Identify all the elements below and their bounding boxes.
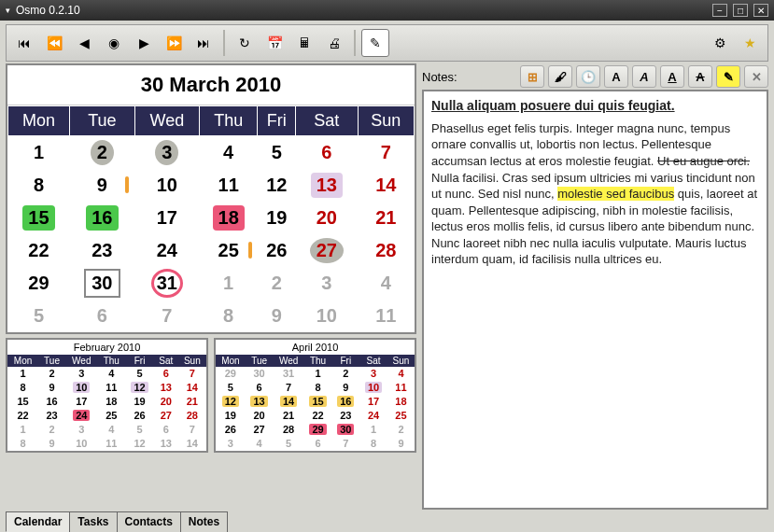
clear-format-button[interactable]: 🖌: [548, 65, 572, 88]
print-button[interactable]: 🖨: [320, 29, 348, 57]
mini-calendar-day[interactable]: 27: [246, 423, 274, 437]
mini-calendar-day[interactable]: 8: [304, 381, 332, 395]
calendar-day[interactable]: 29: [8, 267, 70, 300]
mini-calendar-day[interactable]: 2: [38, 367, 65, 381]
mini-calendar-day[interactable]: 2: [387, 423, 415, 437]
mini-calendar-day[interactable]: 6: [154, 367, 178, 381]
calendar-day[interactable]: 21: [358, 202, 414, 234]
insert-time-button[interactable]: 🕒: [576, 65, 600, 88]
mini-calendar-day[interactable]: 2: [331, 367, 359, 381]
calendar-day[interactable]: 14: [358, 169, 414, 202]
calendar-popup-button[interactable]: 📅: [260, 29, 288, 57]
nav-prev-month-button[interactable]: ⏪: [40, 29, 68, 57]
calendar-day[interactable]: 6: [296, 136, 358, 169]
close-button[interactable]: ✕: [753, 4, 768, 17]
tab-calendar[interactable]: Calendar: [6, 511, 70, 532]
mini-calendar-day[interactable]: 22: [304, 409, 332, 423]
tab-tasks[interactable]: Tasks: [69, 511, 117, 532]
calendar-day[interactable]: 4: [358, 267, 414, 300]
mini-calendar-day[interactable]: 23: [331, 409, 359, 423]
mini-calendar-day[interactable]: 16: [38, 395, 65, 409]
mini-calendar-day[interactable]: 14: [178, 381, 206, 395]
star-button[interactable]: ★: [736, 29, 764, 57]
mini-calendar-day[interactable]: 29: [216, 367, 246, 381]
mini-calendar-day[interactable]: 6: [304, 437, 332, 451]
mini-calendar-day[interactable]: 9: [387, 437, 415, 451]
mini-calendar-day[interactable]: 18: [387, 395, 415, 409]
mini-calendar-day[interactable]: 7: [331, 437, 359, 451]
calendar-day[interactable]: 2: [258, 267, 296, 300]
mini-calendar-day[interactable]: 20: [154, 395, 178, 409]
calendar-day[interactable]: 28: [358, 234, 414, 267]
highlight-button[interactable]: ✎: [716, 65, 740, 88]
preferences-button[interactable]: ⚙: [706, 29, 734, 57]
mini-calendar-day[interactable]: 15: [7, 395, 38, 409]
mini-calendar-day[interactable]: 1: [7, 367, 38, 381]
mini-calendar-day[interactable]: 7: [178, 367, 206, 381]
calendar-day[interactable]: 6: [69, 300, 134, 332]
mini-calendar-day[interactable]: 4: [387, 367, 415, 381]
mini-calendar-day[interactable]: 11: [387, 381, 415, 395]
calendar-day[interactable]: 17: [134, 202, 199, 234]
mini-calendar-day[interactable]: 25: [98, 409, 125, 423]
calendar-day[interactable]: 4: [199, 136, 258, 169]
calendar-day[interactable]: 31: [134, 267, 199, 300]
mini-calendar-day[interactable]: 2: [38, 423, 65, 437]
mini-calendar-day[interactable]: 24: [65, 409, 98, 423]
window-menu-icon[interactable]: ▾: [6, 6, 10, 15]
mini-calendar-day[interactable]: 28: [273, 423, 303, 437]
calendar-day[interactable]: 24: [134, 234, 199, 267]
mini-calendar-day[interactable]: 13: [154, 437, 178, 451]
mini-calendar-day[interactable]: 12: [125, 381, 154, 395]
nav-next-month-button[interactable]: ⏩: [160, 29, 188, 57]
nav-last-button[interactable]: ⏭: [190, 29, 218, 57]
mini-calendar-day[interactable]: 9: [331, 381, 359, 395]
mini-calendar-day[interactable]: 13: [154, 381, 178, 395]
notes-editor[interactable]: Nulla aliquam posuere dui quis feugiat. …: [422, 90, 768, 510]
mini-calendar-day[interactable]: 19: [125, 395, 154, 409]
mini-calendar-day[interactable]: 18: [98, 395, 125, 409]
calendar-day[interactable]: 9: [258, 300, 296, 332]
calendar-day[interactable]: 12: [258, 169, 296, 202]
calendar-day[interactable]: 1: [8, 136, 70, 169]
strike-button[interactable]: A: [688, 65, 712, 88]
tab-notes[interactable]: Notes: [180, 511, 228, 532]
mini-calendar-day[interactable]: 5: [216, 381, 246, 395]
mini-calendar-day[interactable]: 23: [38, 409, 65, 423]
calendar-day[interactable]: 25: [199, 234, 258, 267]
mini-calendar-day[interactable]: 26: [125, 409, 154, 423]
calendar-day[interactable]: 11: [199, 169, 258, 202]
mini-calendar-day[interactable]: 8: [7, 381, 38, 395]
mini-calendar-day[interactable]: 21: [273, 409, 303, 423]
mini-calendar-day[interactable]: 1: [359, 423, 387, 437]
mini-calendar-day[interactable]: 6: [246, 381, 274, 395]
mini-calendar-day[interactable]: 24: [359, 409, 387, 423]
nav-today-button[interactable]: ◉: [100, 29, 128, 57]
calendar-day[interactable]: 15: [8, 202, 70, 234]
mini-calendar-day[interactable]: 8: [359, 437, 387, 451]
mini-calendar-day[interactable]: 3: [65, 423, 98, 437]
mini-calendar-day[interactable]: 1: [304, 367, 332, 381]
calendar-day[interactable]: 23: [69, 234, 134, 267]
mini-calendar-day[interactable]: 15: [304, 395, 332, 409]
mini-calendar-day[interactable]: 25: [387, 409, 415, 423]
mini-calendar-day[interactable]: 4: [98, 423, 125, 437]
calendar-day[interactable]: 26: [258, 234, 296, 267]
nav-prev-button[interactable]: ◀: [70, 29, 98, 57]
nav-first-button[interactable]: ⏮: [10, 29, 38, 57]
mini-calendar-day[interactable]: 4: [98, 367, 125, 381]
mini-calendar-day[interactable]: 3: [359, 367, 387, 381]
bold-button[interactable]: A: [604, 65, 628, 88]
mini-calendar-day[interactable]: 11: [98, 437, 125, 451]
mini-calendar-day[interactable]: 30: [331, 423, 359, 437]
mini-calendar-day[interactable]: 5: [125, 367, 154, 381]
calendar-day[interactable]: 3: [296, 267, 358, 300]
calendar-day[interactable]: 18: [199, 202, 258, 234]
calendar-day[interactable]: 13: [296, 169, 358, 202]
calendar-day[interactable]: 8: [8, 169, 70, 202]
calendar-day[interactable]: 5: [8, 300, 70, 332]
mini-calendar-day[interactable]: 4: [246, 437, 274, 451]
refresh-button[interactable]: ↻: [231, 29, 259, 57]
calendar-day[interactable]: 3: [134, 136, 199, 169]
mini-calendar-day[interactable]: 10: [65, 437, 98, 451]
